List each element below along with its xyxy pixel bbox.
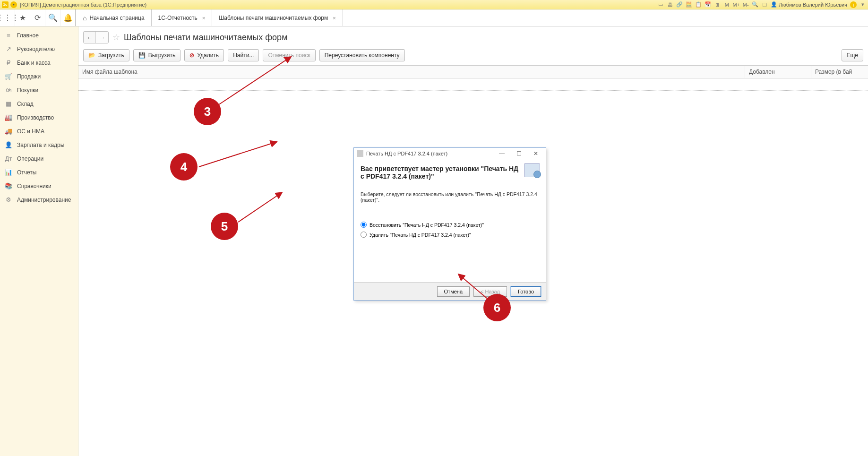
search-icon[interactable]: 🔍	[752, 1, 758, 8]
gear-icon: ⚙	[5, 196, 12, 203]
user-name[interactable]: 👤 Любимов Валерий Юрьевич	[771, 1, 847, 8]
sidebar-item-label: Покупки	[17, 87, 38, 94]
search-toolbar-icon[interactable]: 🔍	[45, 9, 60, 26]
reinstall-component-button[interactable]: Переустановить компоненту	[319, 49, 405, 61]
find-button[interactable]: Найти...	[228, 49, 259, 61]
annotation-marker-4: 4	[170, 153, 198, 181]
factory-icon: 🏭	[5, 114, 12, 121]
copy-icon[interactable]: 📋	[695, 1, 702, 8]
sidebar-item-purchases[interactable]: 🛍Покупки	[0, 83, 78, 97]
nav-back-button[interactable]: ←	[84, 32, 96, 43]
toolbar-icon[interactable]: ▭	[657, 1, 664, 8]
apps-icon[interactable]: ⋮⋮⋮	[0, 9, 15, 26]
sidebar-item-label: Банк и касса	[17, 60, 51, 66]
sidebar-item-label: Склад	[17, 101, 34, 107]
more-button[interactable]: Еще	[842, 49, 863, 61]
option-remove[interactable]: Удалить "Печать НД с PDF417 3.2.4 (пакет…	[361, 232, 539, 238]
tab-reporting[interactable]: 1С-Отчетность×	[152, 9, 213, 26]
tab-home[interactable]: Начальная страница	[76, 9, 152, 26]
sidebar-item-catalogs[interactable]: 📚Справочники	[0, 179, 78, 193]
nav-forward-button[interactable]: →	[96, 32, 108, 43]
bell-icon[interactable]: 🔔	[60, 9, 76, 26]
maximize-button[interactable]: ☐	[512, 150, 526, 157]
page-title: Шаблоны печати машиночитаемых форм	[124, 33, 288, 43]
close-icon[interactable]: ×	[333, 15, 335, 21]
sidebar-item-reports[interactable]: 📊Отчеты	[0, 165, 78, 179]
sidebar-item-admin[interactable]: ⚙Администрирование	[0, 193, 78, 206]
bag-icon: 🛍	[5, 86, 12, 94]
sidebar-item-hr[interactable]: 👤Зарплата и кадры	[0, 138, 78, 152]
sidebar-item-operations[interactable]: ДтОперации	[0, 152, 78, 165]
dropdown-icon[interactable]: ▾	[859, 1, 866, 8]
grid-icon: ▦	[5, 100, 12, 107]
column-added[interactable]: Добавлен	[745, 66, 811, 78]
sidebar: ≡Главное ↗Руководителю ₽Банк и касса 🛒Пр…	[0, 26, 78, 456]
annotation-marker-3: 3	[194, 98, 221, 125]
sidebar-item-warehouse[interactable]: ▦Склад	[0, 97, 78, 111]
close-button[interactable]: ✕	[529, 150, 543, 157]
tab-templates[interactable]: Шаблоны печати машиночитаемых форм×	[212, 9, 343, 26]
column-size[interactable]: Размер (в бай	[811, 66, 868, 78]
barchart-icon: 📊	[5, 169, 12, 176]
button-label: Выгрузить	[148, 52, 176, 59]
schedule-icon[interactable]: 🗓	[714, 1, 721, 8]
installer-icon	[357, 150, 363, 157]
print-icon[interactable]: 🖶	[667, 1, 673, 8]
column-filename[interactable]: Имя файла шаблона	[78, 66, 745, 78]
sidebar-item-label: Операции	[17, 155, 43, 162]
sidebar-item-bank[interactable]: ₽Банк и касса	[0, 56, 78, 69]
calendar-icon[interactable]: 📅	[705, 1, 711, 8]
history-icon[interactable]: ⟳	[30, 9, 45, 26]
delete-icon: ⊘	[189, 52, 194, 59]
sidebar-item-label: Отчеты	[17, 169, 36, 176]
sidebar-item-production[interactable]: 🏭Производство	[0, 111, 78, 124]
option-restore[interactable]: Восстановить "Печать НД с PDF417 3.2.4 (…	[361, 222, 539, 228]
window-titlebar: 1c ▾ [КОПИЯ] Демонстрационная база (1С:П…	[0, 0, 868, 9]
calc-icon[interactable]: 🧮	[686, 1, 692, 8]
dialog-titlebar[interactable]: Печать НД с PDF417 3.2.4 (пакет) — ☐ ✕	[354, 148, 546, 159]
favorite-icon[interactable]: ★	[15, 9, 30, 26]
sidebar-item-main[interactable]: ≡Главное	[0, 28, 78, 42]
m-plus-label[interactable]: M+	[733, 1, 739, 8]
main-toolbar: ⋮⋮⋮ ★ ⟳ 🔍 🔔 Начальная страница 1С-Отчетн…	[0, 9, 868, 26]
button-label: Найти...	[233, 52, 254, 59]
window-title: [КОПИЯ] Демонстрационная база (1С:Предпр…	[20, 2, 146, 8]
delete-button[interactable]: ⊘Удалить	[184, 49, 224, 61]
sidebar-item-label: Зарплата и кадры	[17, 142, 64, 148]
link-icon[interactable]: 🔗	[676, 1, 683, 8]
radio-remove[interactable]	[361, 232, 367, 238]
info-icon[interactable]: i	[850, 1, 857, 8]
cancel-search-button[interactable]: Отменить поиск	[263, 49, 315, 61]
sidebar-item-manager[interactable]: ↗Руководителю	[0, 42, 78, 56]
sidebar-item-assets[interactable]: 🚚ОС и НМА	[0, 124, 78, 138]
button-label: Удалить	[197, 52, 219, 59]
menu-icon: ≡	[5, 32, 12, 39]
button-label: Еще	[847, 52, 858, 59]
person-icon: 👤	[5, 141, 12, 148]
wizard-icon	[524, 163, 540, 177]
dialog-finish-button[interactable]: Готово	[511, 286, 541, 297]
favorite-star-icon[interactable]: ☆	[112, 32, 120, 43]
minimize-button[interactable]: —	[495, 150, 509, 157]
sidebar-item-label: ОС и НМА	[17, 128, 44, 135]
sidebar-item-label: Главное	[17, 32, 39, 39]
load-button[interactable]: 📂Загрузить	[83, 49, 129, 61]
annotation-marker-5: 5	[211, 213, 238, 240]
radio-restore[interactable]	[361, 222, 367, 228]
option-label: Восстановить "Печать НД с PDF417 3.2.4 (…	[370, 222, 484, 228]
table-header: Имя файла шаблона Добавлен Размер (в бай	[78, 65, 868, 78]
sidebar-item-label: Администрирование	[17, 197, 71, 203]
truck-icon: 🚚	[5, 128, 12, 135]
m-label[interactable]: M	[723, 1, 730, 8]
panel-icon[interactable]: ▢	[761, 1, 768, 8]
dialog-cancel-button[interactable]: Отмена	[437, 286, 470, 297]
cart-icon: 🛒	[5, 73, 12, 80]
close-icon[interactable]: ×	[202, 15, 205, 21]
m-minus-label[interactable]: M-	[742, 1, 749, 8]
dialog-title: Печать НД с PDF417 3.2.4 (пакет)	[366, 151, 492, 156]
sidebar-item-label: Справочники	[17, 183, 52, 189]
ruble-icon: ₽	[5, 59, 12, 66]
unload-button[interactable]: 💾Выгрузить	[133, 49, 181, 61]
app-menu-dropdown-icon[interactable]: ▾	[10, 1, 17, 8]
sidebar-item-sales[interactable]: 🛒Продажи	[0, 69, 78, 83]
